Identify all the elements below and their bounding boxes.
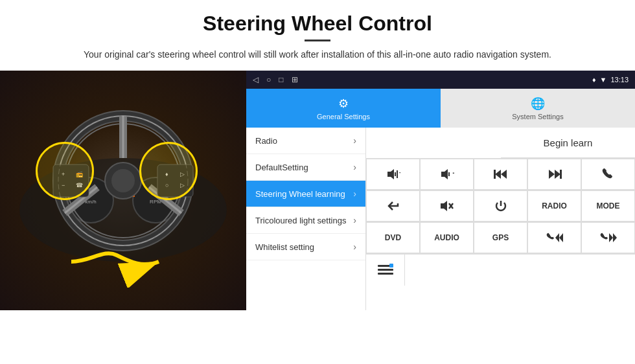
menu-list: Radio › DefaultSetting › Steering Wheel … <box>246 128 366 310</box>
highlight-right <box>139 142 198 200</box>
phone-icon <box>602 168 615 181</box>
mute-button[interactable] <box>420 190 474 222</box>
content-area: km/h RPM <box>0 71 635 310</box>
svg-marker-47 <box>555 233 559 242</box>
tab-system-settings[interactable]: 🌐 System Settings <box>441 89 635 128</box>
chevron-icon: › <box>353 242 356 252</box>
back-nav-icon[interactable]: ◁ <box>253 75 259 84</box>
svg-text:−: − <box>452 168 454 177</box>
whitelist-icon-button[interactable] <box>366 255 405 286</box>
menu-item-steeringwheel-label: Steering Wheel learning <box>255 189 345 199</box>
svg-text:+: + <box>399 169 400 176</box>
car-image-area: km/h RPM <box>0 71 246 310</box>
phone-next-icon <box>600 232 617 244</box>
menu-nav-icon[interactable]: ⊞ <box>292 75 298 84</box>
begin-learn-row: Begin learn <box>366 128 635 159</box>
general-settings-icon: ⚙ <box>338 97 349 111</box>
status-bar-right: ♦ ▼ 13:13 <box>592 76 629 84</box>
svg-rect-52 <box>378 269 393 271</box>
main-content: Radio › DefaultSetting › Steering Wheel … <box>246 128 635 310</box>
whitelist-icon-row <box>366 254 635 285</box>
volume-up-button[interactable]: + <box>366 159 420 190</box>
next-track-icon <box>548 168 562 180</box>
signal-icon: ♦ <box>592 76 596 84</box>
control-row-3: DVD AUDIO GPS <box>366 222 635 254</box>
back-button[interactable] <box>366 190 420 222</box>
svg-marker-44 <box>441 201 447 211</box>
menu-item-tricoloured-label: Tricoloured light settings <box>255 216 346 225</box>
wifi-icon: ▼ <box>600 76 607 84</box>
subtitle-text: Your original car's steering wheel contr… <box>39 48 596 62</box>
control-panel: Begin learn + <box>366 128 635 310</box>
phone-button[interactable] <box>581 159 635 190</box>
phone-prev-icon <box>546 232 563 244</box>
title-divider <box>305 40 330 41</box>
svg-marker-49 <box>609 233 613 242</box>
menu-item-tricoloured[interactable]: Tricoloured light settings › <box>246 207 365 234</box>
svg-marker-50 <box>613 233 617 242</box>
audio-button[interactable]: AUDIO <box>420 222 474 253</box>
menu-item-radio[interactable]: Radio › <box>246 128 365 154</box>
menu-item-whitelist[interactable]: Whitelist setting › <box>246 234 365 260</box>
svg-marker-38 <box>495 170 501 179</box>
svg-marker-42 <box>555 170 560 179</box>
svg-marker-35 <box>441 169 448 179</box>
menu-item-defaultsetting-label: DefaultSetting <box>255 163 308 172</box>
power-button[interactable] <box>474 190 527 222</box>
prev-track-button[interactable] <box>474 159 527 190</box>
svg-marker-48 <box>559 233 563 242</box>
svg-point-18 <box>111 169 135 192</box>
mute-icon <box>439 200 455 212</box>
page-wrapper: Steering Wheel Control Your original car… <box>0 0 635 310</box>
chevron-icon: › <box>353 135 356 146</box>
back-icon <box>386 200 400 212</box>
control-row-2: RADIO MODE <box>366 190 635 222</box>
headunit-screen: ◁ ○ □ ⊞ ♦ ▼ 13:13 ⚙ General Settings <box>246 71 635 310</box>
chevron-icon: › <box>353 162 356 172</box>
svg-rect-53 <box>378 273 393 275</box>
next-track-button[interactable] <box>527 159 581 190</box>
svg-rect-40 <box>494 170 496 179</box>
home-nav-icon[interactable]: ○ <box>266 75 271 84</box>
radio-button[interactable]: RADIO <box>527 190 581 222</box>
car-background: km/h RPM <box>0 71 246 310</box>
clock: 13:13 <box>610 76 629 84</box>
control-row-1: + − <box>366 159 635 190</box>
svg-marker-41 <box>549 170 555 179</box>
list-icon <box>378 264 393 277</box>
chevron-icon: › <box>353 215 356 225</box>
tab-system-label: System Settings <box>512 113 563 120</box>
menu-item-defaultsetting[interactable]: DefaultSetting › <box>246 154 365 181</box>
prev-track-icon <box>494 168 508 180</box>
phone-prev-button[interactable] <box>527 222 581 253</box>
mode-button[interactable]: MODE <box>581 190 635 222</box>
tab-general-settings[interactable]: ⚙ General Settings <box>246 89 441 128</box>
svg-rect-54 <box>389 264 393 267</box>
volume-up-icon: + <box>386 168 400 180</box>
power-icon <box>494 199 507 212</box>
arrow-svg <box>65 236 168 288</box>
chevron-icon: › <box>353 188 356 199</box>
highlight-left <box>36 142 94 200</box>
tab-bar: ⚙ General Settings 🌐 System Settings <box>246 89 635 128</box>
header-section: Steering Wheel Control Your original car… <box>0 0 635 68</box>
gps-button[interactable]: GPS <box>474 222 527 253</box>
begin-learn-button[interactable]: Begin learn <box>501 128 635 158</box>
recents-nav-icon[interactable]: □ <box>279 75 283 84</box>
tab-general-label: General Settings <box>317 113 370 120</box>
system-settings-icon: 🌐 <box>531 97 545 111</box>
menu-item-radio-label: Radio <box>255 136 277 146</box>
phone-next-button[interactable] <box>581 222 635 253</box>
svg-rect-43 <box>560 170 562 179</box>
svg-marker-31 <box>387 169 394 179</box>
volume-down-icon: − <box>440 168 454 180</box>
dvd-button[interactable]: DVD <box>366 222 420 253</box>
status-bar: ◁ ○ □ ⊞ ♦ ▼ 13:13 <box>246 71 635 89</box>
menu-item-steeringwheel[interactable]: Steering Wheel learning › <box>246 181 365 207</box>
status-bar-left: ◁ ○ □ ⊞ <box>253 75 298 84</box>
page-title: Steering Wheel Control <box>39 12 596 36</box>
svg-marker-39 <box>501 170 507 179</box>
volume-down-button[interactable]: − <box>420 159 474 190</box>
menu-item-whitelist-label: Whitelist setting <box>255 242 314 252</box>
